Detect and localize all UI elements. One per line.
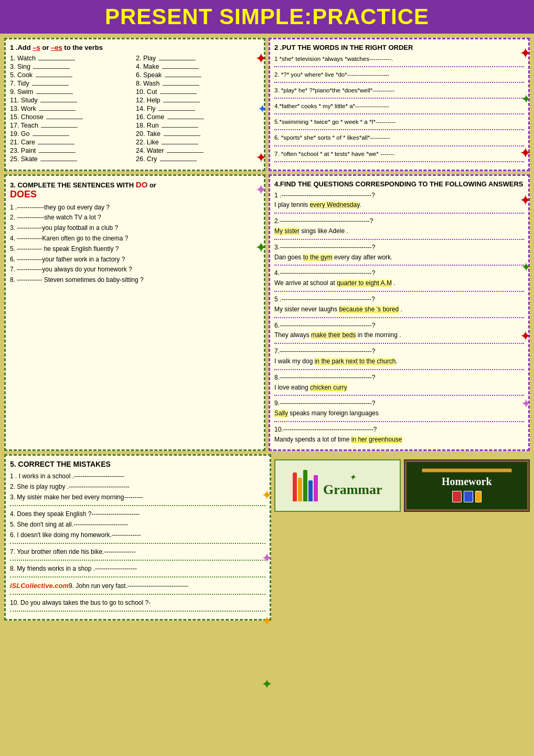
s2-item: 5.*swimming * twice* go * week * a *I*--…: [274, 118, 524, 126]
verb-item: 4. Make: [136, 63, 260, 70]
s2-item: 2. *?* you* where* live *do*------------…: [274, 70, 524, 79]
verb-item: 5. Cook: [10, 71, 134, 79]
section-5-title: 5. CORRECT THE MISTAKES: [10, 460, 265, 468]
s2-item: 7. *often *school * at * tests* have *we…: [274, 150, 524, 158]
s3-item: 3. ------------you play football in a cl…: [10, 224, 260, 233]
verb-item: 2. Play: [136, 55, 260, 62]
section-4-items: 1 .-------------------------------------…: [274, 191, 524, 444]
s3-item: 2. -------------she watch TV a lot ?: [10, 213, 260, 222]
verb-list: 1. Watch 2. Play 3. Sing 4. Make 5. Cook…: [10, 55, 260, 163]
s5-item: 8. My friends works in a shop .---------…: [10, 564, 265, 573]
verb-item: 10. Cut: [136, 88, 260, 96]
s4-item: 6.--------------------------------------…: [274, 321, 524, 330]
star-deco-13: ✦: [521, 396, 531, 411]
watermark: iSLCollective.com: [10, 582, 69, 590]
verb-item: 16. Come: [136, 113, 260, 121]
star-deco-16: ✦: [261, 613, 273, 629]
verb-item: 26. Cry: [136, 155, 260, 163]
section-5-box: ✦ ✦ ✦ ✦ 5. CORRECT THE MISTAKES 1 . I wo…: [4, 454, 271, 621]
star-deco-8: ✦: [255, 181, 267, 198]
s4-item: 7.--------------------------------------…: [274, 347, 524, 356]
s4-item: 4.--------------------------------------…: [274, 269, 524, 278]
star-deco-5: ✦: [521, 92, 531, 107]
s4-item: 8.--------------------------------------…: [274, 373, 524, 382]
verb-item: 15. Choose: [10, 113, 134, 121]
s2-item: 4.*father* cooks * my* little* a*-------…: [274, 102, 524, 110]
s4-item: 9.--------------------------------------…: [274, 399, 524, 408]
s4-item: Sally speaks many foreign languages: [274, 409, 524, 418]
section-2-box: ✦ ✦ ✦ ✦ 2 .PUT THE WORDS IN THE RIGHT OR…: [269, 38, 530, 171]
section-2-items: 1 *she* television *always *watches-----…: [274, 55, 524, 162]
s5-item: iSLCollective.com9. John run very fast.-…: [10, 581, 265, 591]
grammar-image: ✦ Grammar: [274, 459, 401, 512]
star-deco-3: ✦: [255, 150, 267, 166]
s3-item: 7. ------------you always do your homewo…: [10, 265, 260, 274]
s4-item: 3.--------------------------------------…: [274, 243, 524, 252]
s5-item: 7. Your brother often ride his bike.----…: [10, 547, 265, 556]
verb-item: 3. Sing: [10, 63, 134, 70]
s2-item: 6. *sports* she* sorts * of * likes*all*…: [274, 133, 524, 142]
section-3-title: 3. COMPLETE THE SENTENCES WITH DO or DOE…: [10, 180, 260, 200]
s4-item: My sister never laughs because she 's bo…: [274, 305, 524, 314]
verb-item: 24. Water: [136, 147, 260, 154]
verb-item: 7. Tidy: [10, 80, 134, 87]
section-1-box: ✦ ✦ ✦ 1 .Add –s or –es to the verbs 1. W…: [4, 38, 265, 171]
grammar-label: Grammar: [323, 482, 382, 498]
section-1-title: 1 .Add –s or –es to the verbs: [10, 44, 260, 51]
verb-item: 14. Fly: [136, 105, 260, 112]
verb-item: 9. Swim: [10, 88, 134, 96]
s5-item: 6. I doesn't like doing my homework.----…: [10, 530, 265, 540]
verb-item: 22. Like: [136, 139, 260, 146]
homework-label: Homework: [442, 476, 492, 488]
s5-item: 5. She don't sing at all.---------------…: [10, 520, 265, 529]
page-title: PRESENT SIMPLE:PRACTICE: [0, 0, 534, 34]
s5-item: 4. Does they speak English ?------------…: [10, 509, 265, 519]
star-deco-12: ✦: [520, 328, 531, 344]
s4-item: I walk my dog in the park next to the ch…: [274, 357, 524, 366]
s5-item: 3. My sister make her bed every morning-…: [10, 492, 265, 502]
star-deco-4: ✦: [519, 45, 531, 62]
homework-image: Homework: [404, 459, 530, 512]
s2-item: 3. *play* he* ?*piano*the *does*well*---…: [274, 86, 524, 94]
section-3-box: ✦ ✦ 3. COMPLETE THE SENTENCES WITH DO or…: [4, 174, 265, 451]
star-deco-10: ✦: [519, 192, 531, 209]
s3-item: 4. ------------Karen often go to the cin…: [10, 234, 260, 243]
s4-item: I love eating chicken curry: [274, 383, 524, 392]
s3-item: 6. ------------your father work in a fac…: [10, 255, 260, 264]
verb-item: 17. Teach: [10, 122, 134, 129]
verb-item: 6. Speak: [136, 71, 260, 79]
star-deco-17: ✦: [261, 676, 273, 692]
verb-item: 18. Run: [136, 122, 260, 129]
star-deco-14: ✦: [261, 487, 273, 503]
verb-item: 20. Take: [136, 130, 260, 138]
section-2-title: 2 .PUT THE WORDS IN THE RIGHT ORDER: [274, 44, 524, 51]
s4-item: I play tennis every Wednesday.: [274, 201, 524, 209]
star-deco-2: ✦: [258, 102, 267, 116]
star-deco-15: ✦: [261, 550, 273, 566]
s5-item: 1 . I works in a school .---------------…: [10, 471, 265, 481]
verb-item: 21. Care: [10, 139, 134, 146]
verb-item: 1. Watch: [10, 55, 134, 62]
s3-item: 5. ------------ he speak English fluentl…: [10, 245, 260, 254]
s4-item: My sister sings like Adele .: [274, 227, 524, 236]
s4-item: They always make their beds in the morni…: [274, 331, 524, 340]
verb-item: 25. Skate: [10, 155, 134, 163]
star-deco-6: ✦: [519, 144, 531, 162]
s4-item: Mandy spends a lot of time in her greenh…: [274, 435, 524, 444]
section-5-items: 1 . I works in a school .---------------…: [10, 471, 265, 612]
s4-item: 10.-------------------------------------…: [274, 425, 524, 434]
section-4-title: 4.FIND THE QUESTIONS CORRESPONDING TO TH…: [274, 180, 524, 188]
s3-item: 8. ------------ Steven sometimes do baby…: [10, 276, 260, 285]
star-deco-11: ✦: [521, 260, 531, 275]
star-deco-1: ✦: [255, 50, 267, 67]
verb-item: 13. Work: [10, 105, 134, 112]
s4-item: 2.--------------------------------------…: [274, 217, 524, 226]
s4-item: 5 .-------------------------------------…: [274, 295, 524, 304]
right-bottom-area: ✦ Grammar Homework: [274, 454, 530, 512]
s5-item: 2. She is play rugby .------------------…: [10, 482, 265, 491]
verb-item: 11. Study: [10, 97, 134, 104]
s4-item: Dan goes to the gym every day after work…: [274, 253, 524, 262]
verb-item: 8. Wash: [136, 80, 260, 87]
s2-item: 1 *she* television *always *watches-----…: [274, 55, 524, 63]
s4-item: We arrive at school at quarter to eight …: [274, 279, 524, 288]
